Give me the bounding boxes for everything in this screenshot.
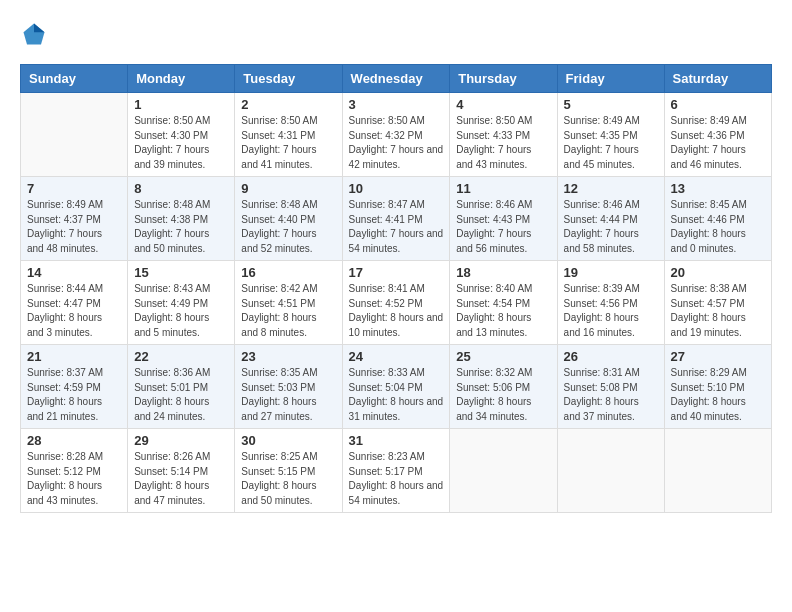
day-number: 31 [349, 433, 444, 448]
cell-content: Sunrise: 8:25 AMSunset: 5:15 PMDaylight:… [241, 450, 335, 508]
cell-content: Sunrise: 8:45 AMSunset: 4:46 PMDaylight:… [671, 198, 765, 256]
calendar-cell: 9Sunrise: 8:48 AMSunset: 4:40 PMDaylight… [235, 177, 342, 261]
calendar-cell: 18Sunrise: 8:40 AMSunset: 4:54 PMDayligh… [450, 261, 557, 345]
day-number: 27 [671, 349, 765, 364]
day-number: 6 [671, 97, 765, 112]
calendar-cell: 5Sunrise: 8:49 AMSunset: 4:35 PMDaylight… [557, 93, 664, 177]
calendar-week-row: 1Sunrise: 8:50 AMSunset: 4:30 PMDaylight… [21, 93, 772, 177]
logo [20, 20, 52, 48]
day-number: 20 [671, 265, 765, 280]
day-number: 1 [134, 97, 228, 112]
column-header-tuesday: Tuesday [235, 65, 342, 93]
cell-content: Sunrise: 8:50 AMSunset: 4:31 PMDaylight:… [241, 114, 335, 172]
calendar-week-row: 14Sunrise: 8:44 AMSunset: 4:47 PMDayligh… [21, 261, 772, 345]
cell-content: Sunrise: 8:50 AMSunset: 4:32 PMDaylight:… [349, 114, 444, 172]
day-number: 4 [456, 97, 550, 112]
cell-content: Sunrise: 8:44 AMSunset: 4:47 PMDaylight:… [27, 282, 121, 340]
day-number: 7 [27, 181, 121, 196]
cell-content: Sunrise: 8:29 AMSunset: 5:10 PMDaylight:… [671, 366, 765, 424]
day-number: 28 [27, 433, 121, 448]
calendar-cell: 13Sunrise: 8:45 AMSunset: 4:46 PMDayligh… [664, 177, 771, 261]
calendar-cell: 6Sunrise: 8:49 AMSunset: 4:36 PMDaylight… [664, 93, 771, 177]
calendar-cell: 30Sunrise: 8:25 AMSunset: 5:15 PMDayligh… [235, 429, 342, 513]
day-number: 30 [241, 433, 335, 448]
calendar-cell [557, 429, 664, 513]
calendar-cell: 31Sunrise: 8:23 AMSunset: 5:17 PMDayligh… [342, 429, 450, 513]
cell-content: Sunrise: 8:50 AMSunset: 4:30 PMDaylight:… [134, 114, 228, 172]
calendar-cell: 22Sunrise: 8:36 AMSunset: 5:01 PMDayligh… [128, 345, 235, 429]
day-number: 22 [134, 349, 228, 364]
calendar-cell: 7Sunrise: 8:49 AMSunset: 4:37 PMDaylight… [21, 177, 128, 261]
cell-content: Sunrise: 8:31 AMSunset: 5:08 PMDaylight:… [564, 366, 658, 424]
calendar-week-row: 7Sunrise: 8:49 AMSunset: 4:37 PMDaylight… [21, 177, 772, 261]
calendar-cell: 25Sunrise: 8:32 AMSunset: 5:06 PMDayligh… [450, 345, 557, 429]
cell-content: Sunrise: 8:33 AMSunset: 5:04 PMDaylight:… [349, 366, 444, 424]
cell-content: Sunrise: 8:46 AMSunset: 4:44 PMDaylight:… [564, 198, 658, 256]
calendar-cell: 8Sunrise: 8:48 AMSunset: 4:38 PMDaylight… [128, 177, 235, 261]
day-number: 5 [564, 97, 658, 112]
day-number: 24 [349, 349, 444, 364]
day-number: 26 [564, 349, 658, 364]
day-number: 12 [564, 181, 658, 196]
calendar-cell: 21Sunrise: 8:37 AMSunset: 4:59 PMDayligh… [21, 345, 128, 429]
cell-content: Sunrise: 8:32 AMSunset: 5:06 PMDaylight:… [456, 366, 550, 424]
calendar-cell: 14Sunrise: 8:44 AMSunset: 4:47 PMDayligh… [21, 261, 128, 345]
calendar-cell: 11Sunrise: 8:46 AMSunset: 4:43 PMDayligh… [450, 177, 557, 261]
cell-content: Sunrise: 8:39 AMSunset: 4:56 PMDaylight:… [564, 282, 658, 340]
calendar-cell: 20Sunrise: 8:38 AMSunset: 4:57 PMDayligh… [664, 261, 771, 345]
cell-content: Sunrise: 8:43 AMSunset: 4:49 PMDaylight:… [134, 282, 228, 340]
day-number: 29 [134, 433, 228, 448]
day-number: 25 [456, 349, 550, 364]
cell-content: Sunrise: 8:48 AMSunset: 4:38 PMDaylight:… [134, 198, 228, 256]
day-number: 19 [564, 265, 658, 280]
calendar-week-row: 21Sunrise: 8:37 AMSunset: 4:59 PMDayligh… [21, 345, 772, 429]
calendar-cell: 17Sunrise: 8:41 AMSunset: 4:52 PMDayligh… [342, 261, 450, 345]
calendar-cell: 16Sunrise: 8:42 AMSunset: 4:51 PMDayligh… [235, 261, 342, 345]
cell-content: Sunrise: 8:47 AMSunset: 4:41 PMDaylight:… [349, 198, 444, 256]
day-number: 18 [456, 265, 550, 280]
day-number: 13 [671, 181, 765, 196]
page-header [20, 20, 772, 48]
calendar-cell [450, 429, 557, 513]
cell-content: Sunrise: 8:48 AMSunset: 4:40 PMDaylight:… [241, 198, 335, 256]
day-number: 3 [349, 97, 444, 112]
day-number: 10 [349, 181, 444, 196]
calendar-cell: 12Sunrise: 8:46 AMSunset: 4:44 PMDayligh… [557, 177, 664, 261]
cell-content: Sunrise: 8:35 AMSunset: 5:03 PMDaylight:… [241, 366, 335, 424]
day-number: 14 [27, 265, 121, 280]
day-number: 17 [349, 265, 444, 280]
calendar-table: SundayMondayTuesdayWednesdayThursdayFrid… [20, 64, 772, 513]
calendar-cell: 2Sunrise: 8:50 AMSunset: 4:31 PMDaylight… [235, 93, 342, 177]
day-number: 9 [241, 181, 335, 196]
cell-content: Sunrise: 8:49 AMSunset: 4:35 PMDaylight:… [564, 114, 658, 172]
day-number: 8 [134, 181, 228, 196]
column-header-friday: Friday [557, 65, 664, 93]
cell-content: Sunrise: 8:26 AMSunset: 5:14 PMDaylight:… [134, 450, 228, 508]
calendar-cell: 19Sunrise: 8:39 AMSunset: 4:56 PMDayligh… [557, 261, 664, 345]
calendar-cell: 23Sunrise: 8:35 AMSunset: 5:03 PMDayligh… [235, 345, 342, 429]
cell-content: Sunrise: 8:41 AMSunset: 4:52 PMDaylight:… [349, 282, 444, 340]
day-number: 11 [456, 181, 550, 196]
calendar-cell: 29Sunrise: 8:26 AMSunset: 5:14 PMDayligh… [128, 429, 235, 513]
calendar-cell: 28Sunrise: 8:28 AMSunset: 5:12 PMDayligh… [21, 429, 128, 513]
column-header-saturday: Saturday [664, 65, 771, 93]
calendar-cell [21, 93, 128, 177]
cell-content: Sunrise: 8:36 AMSunset: 5:01 PMDaylight:… [134, 366, 228, 424]
day-number: 2 [241, 97, 335, 112]
calendar-header-row: SundayMondayTuesdayWednesdayThursdayFrid… [21, 65, 772, 93]
column-header-thursday: Thursday [450, 65, 557, 93]
cell-content: Sunrise: 8:46 AMSunset: 4:43 PMDaylight:… [456, 198, 550, 256]
column-header-monday: Monday [128, 65, 235, 93]
day-number: 21 [27, 349, 121, 364]
calendar-cell: 4Sunrise: 8:50 AMSunset: 4:33 PMDaylight… [450, 93, 557, 177]
cell-content: Sunrise: 8:49 AMSunset: 4:37 PMDaylight:… [27, 198, 121, 256]
day-number: 15 [134, 265, 228, 280]
cell-content: Sunrise: 8:28 AMSunset: 5:12 PMDaylight:… [27, 450, 121, 508]
svg-marker-1 [34, 24, 45, 33]
calendar-cell: 24Sunrise: 8:33 AMSunset: 5:04 PMDayligh… [342, 345, 450, 429]
cell-content: Sunrise: 8:23 AMSunset: 5:17 PMDaylight:… [349, 450, 444, 508]
column-header-wednesday: Wednesday [342, 65, 450, 93]
cell-content: Sunrise: 8:49 AMSunset: 4:36 PMDaylight:… [671, 114, 765, 172]
cell-content: Sunrise: 8:50 AMSunset: 4:33 PMDaylight:… [456, 114, 550, 172]
calendar-cell [664, 429, 771, 513]
